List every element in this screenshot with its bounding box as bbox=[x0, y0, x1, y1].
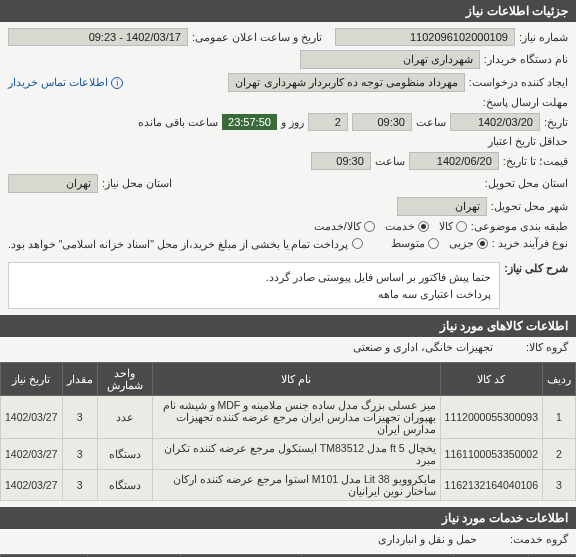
announce-value: 1402/03/17 - 09:23 bbox=[8, 28, 188, 46]
goods-cell: یخچال 5 ft مدل TM83512 ایستکول مرجع عرضه… bbox=[152, 439, 440, 470]
section-need-info: جزئیات اطلاعات نیاز bbox=[0, 0, 576, 22]
min-valid-time-value: 09:30 bbox=[311, 152, 371, 170]
goods-cell: 3 bbox=[543, 470, 576, 501]
requester-value: مهرداد منظومی توجه ده کاربردار شهرداری ت… bbox=[228, 73, 464, 92]
goods-col-header: ردیف bbox=[543, 363, 576, 396]
table-row: 21161100053350002یخچال 5 ft مدل TM83512 … bbox=[1, 439, 576, 470]
radio-partial[interactable]: جزیی bbox=[449, 237, 488, 250]
goods-cell: 1162132164040106 bbox=[440, 470, 542, 501]
section-services-info: اطلاعات خدمات مورد نیاز bbox=[0, 507, 576, 529]
goods-cell: دستگاه bbox=[97, 439, 152, 470]
announce-label: تاریخ و ساعت اعلان عمومی: bbox=[192, 31, 322, 44]
table-row: 31162132164040106مایکروویو 38 Lit مدل M1… bbox=[1, 470, 576, 501]
min-valid-time-label: ساعت bbox=[375, 155, 405, 168]
deadline-date-value: 1402/03/20 bbox=[450, 113, 540, 131]
need-no-value: 1102096102000109 bbox=[335, 28, 515, 46]
buyer-org-label: نام دستگاه خریدار: bbox=[484, 53, 568, 66]
days-and-label: روز و bbox=[281, 116, 304, 129]
goods-group-label: گروه کالا: bbox=[526, 341, 568, 353]
need-province-label: استان محل نیاز: bbox=[102, 177, 172, 190]
goods-cell: 1402/03/27 bbox=[1, 396, 63, 439]
countdown-timer: 23:57:50 bbox=[222, 114, 277, 130]
desc-line2: پرداخت اعتباری سه ماهه bbox=[17, 286, 491, 303]
delivery-city-value: تهران bbox=[397, 197, 487, 216]
deadline-time-label: ساعت bbox=[416, 116, 446, 129]
min-valid-date-value: 1402/06/20 bbox=[409, 152, 499, 170]
goods-cell: دستگاه bbox=[97, 470, 152, 501]
radio-both[interactable]: کالا/خدمت bbox=[314, 220, 375, 233]
info-icon: i bbox=[111, 77, 123, 89]
radio-medium[interactable]: متوسط bbox=[391, 237, 439, 250]
goods-cell: 3 bbox=[62, 396, 97, 439]
goods-col-header: مقدار bbox=[62, 363, 97, 396]
price-until-label: قیمت؛ تا تاریخ: bbox=[503, 155, 568, 168]
goods-cell: 3 bbox=[62, 470, 97, 501]
min-valid-label: حداقل تاریخ اعتبار bbox=[488, 135, 568, 148]
goods-cell: 1402/03/27 bbox=[1, 470, 63, 501]
goods-group-value: تجهیزات خانگی، اداری و صنعتی bbox=[353, 341, 493, 353]
purchase-type-label: نوع فرآیند خرید : bbox=[492, 237, 568, 250]
buyer-org-value: شهرداری تهران bbox=[300, 50, 480, 69]
section-goods-info: اطلاعات کالاهای مورد نیاز bbox=[0, 315, 576, 337]
deadline-label: مهلت ارسال پاسخ: bbox=[483, 96, 568, 109]
goods-cell: میز عسلی بزرگ مدل ساده جنس ملامینه و MDF… bbox=[152, 396, 440, 439]
deadline-date-label: تاریخ: bbox=[544, 116, 568, 129]
requester-label: ایجاد کننده درخواست: bbox=[469, 76, 568, 89]
goods-cell: 1 bbox=[543, 396, 576, 439]
goods-cell: 1402/03/27 bbox=[1, 439, 63, 470]
buyer-contact-text: اطلاعات تماس خریدار bbox=[8, 76, 108, 89]
need-summary-label: شرح کلی نیاز: bbox=[504, 262, 568, 275]
delivery-city-label: شهر محل تحویل: bbox=[491, 200, 568, 213]
subject-class-radios: کالا خدمت کالا/خدمت bbox=[314, 220, 467, 233]
purchase-type-radios: جزیی متوسط bbox=[391, 237, 488, 250]
radio-service[interactable]: خدمت bbox=[385, 220, 429, 233]
goods-cell: 1112000055300093 bbox=[440, 396, 542, 439]
goods-table: ردیفکد کالانام کالاواحد شمارشمقدارتاریخ … bbox=[0, 362, 576, 501]
need-summary-box: حتما پیش فاکتور بر اساس فایل پیوستی صادر… bbox=[8, 262, 500, 309]
table-row: 11112000055300093میز عسلی بزرگ مدل ساده … bbox=[1, 396, 576, 439]
service-group-label: گروه خدمت: bbox=[510, 533, 568, 545]
need-province-value: تهران bbox=[8, 174, 98, 193]
goods-col-header: نام کالا bbox=[152, 363, 440, 396]
remaining-label: ساعت باقی مانده bbox=[138, 116, 218, 129]
goods-cell: 3 bbox=[62, 439, 97, 470]
buyer-contact-link[interactable]: i اطلاعات تماس خریدار bbox=[8, 76, 123, 89]
goods-cell: 2 bbox=[543, 439, 576, 470]
goods-col-header: تاریخ نیاز bbox=[1, 363, 63, 396]
need-no-label: شماره نیاز: bbox=[519, 31, 568, 44]
subject-class-label: طبقه بندی موضوعی: bbox=[471, 220, 568, 233]
goods-col-header: واحد شمارش bbox=[97, 363, 152, 396]
service-group-value: حمل و نقل و انبارداری bbox=[378, 533, 477, 545]
desc-line1: حتما پیش فاکتور بر اساس فایل پیوستی صادر… bbox=[17, 269, 491, 286]
goods-cell: 1161100053350002 bbox=[440, 439, 542, 470]
payment-note: پرداخت تمام یا بخشی از مبلغ خرید،از محل … bbox=[8, 238, 348, 250]
deadline-time-value: 09:30 bbox=[352, 113, 412, 131]
radio-goods[interactable]: کالا bbox=[439, 220, 467, 233]
deadline-days-value: 2 bbox=[308, 113, 348, 131]
goods-cell: عدد bbox=[97, 396, 152, 439]
delivery-province-label: استان محل تحویل: bbox=[485, 177, 568, 190]
payment-note-check[interactable] bbox=[352, 238, 363, 249]
need-info-form: شماره نیاز: 1102096102000109 تاریخ و ساع… bbox=[0, 22, 576, 260]
goods-cell: مایکروویو 38 Lit مدل M101 استوا مرجع عرض… bbox=[152, 470, 440, 501]
goods-col-header: کد کالا bbox=[440, 363, 542, 396]
